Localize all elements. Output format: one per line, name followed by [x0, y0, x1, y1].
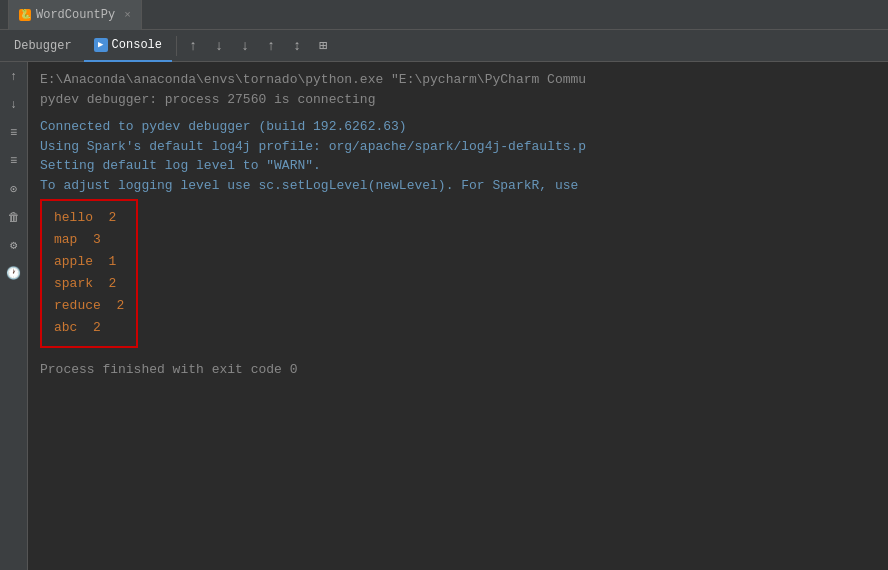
python-file-icon: 🐍: [19, 9, 31, 21]
console-line-1: E:\Anaconda\anaconda\envs\tornado\python…: [40, 70, 876, 90]
sidebar-settings-button[interactable]: ⚙: [3, 234, 25, 256]
console-line-6: Setting default log level to "WARN".: [40, 156, 876, 176]
sidebar-menu2-button[interactable]: ≡: [3, 150, 25, 172]
console-tab[interactable]: ▶ Console: [84, 30, 172, 62]
console-area[interactable]: E:\Anaconda\anaconda\envs\tornado\python…: [28, 62, 888, 570]
console-footer: Process finished with exit code 0: [40, 360, 876, 380]
toolbar-separator: [176, 36, 177, 56]
scroll-up-button[interactable]: ↑: [181, 34, 205, 58]
sidebar-print-button[interactable]: ⊙: [3, 178, 25, 200]
console-line-7: To adjust logging level use sc.setLogLev…: [40, 176, 876, 196]
scroll-down2-button[interactable]: ↓: [233, 34, 257, 58]
grid-button[interactable]: ⊞: [311, 34, 335, 58]
word-count-line: apple 1: [54, 251, 124, 273]
word-count-line: hello 2: [54, 207, 124, 229]
word-count-line: abc 2: [54, 317, 124, 339]
console-line-2: pydev debugger: process 27560 is connect…: [40, 90, 876, 110]
tab-bar: 🐍 WordCountPy ×: [0, 0, 888, 30]
sidebar-up-button[interactable]: ↑: [3, 66, 25, 88]
sidebar-delete-button[interactable]: 🗑: [3, 206, 25, 228]
debugger-tab-label: Debugger: [14, 39, 72, 53]
left-sidebar: ↑ ↓ ≡ ≡ ⊙ 🗑 ⚙ 🕐: [0, 62, 28, 570]
sidebar-menu1-button[interactable]: ≡: [3, 122, 25, 144]
console-line-4: Connected to pydev debugger (build 192.6…: [40, 117, 876, 137]
tab-label: WordCountPy: [36, 8, 115, 22]
word-count-line: map 3: [54, 229, 124, 251]
console-tab-label: Console: [112, 38, 162, 52]
expand-button[interactable]: ↕: [285, 34, 309, 58]
debugger-tab[interactable]: Debugger: [4, 30, 82, 62]
word-count-line: spark 2: [54, 273, 124, 295]
scroll-down-button[interactable]: ↓: [207, 34, 231, 58]
console-icon: ▶: [94, 38, 108, 52]
toolbar: Debugger ▶ Console ↑ ↓ ↓ ↑ ↕ ⊞: [0, 30, 888, 62]
word-count-line: reduce 2: [54, 295, 124, 317]
sidebar-down-button[interactable]: ↓: [3, 94, 25, 116]
main-area: ↑ ↓ ≡ ≡ ⊙ 🗑 ⚙ 🕐 E:\Anaconda\anaconda\env…: [0, 62, 888, 570]
empty-line-2: [40, 352, 876, 360]
scroll-up2-button[interactable]: ↑: [259, 34, 283, 58]
wordcountpy-tab[interactable]: 🐍 WordCountPy ×: [8, 0, 142, 30]
sidebar-clock-button[interactable]: 🕐: [3, 262, 25, 284]
empty-line-1: [40, 109, 876, 117]
tab-close-button[interactable]: ×: [124, 9, 131, 21]
word-count-box: hello 2map 3apple 1spark 2reduce 2abc 2: [40, 199, 138, 348]
console-line-5: Using Spark's default log4j profile: org…: [40, 137, 876, 157]
